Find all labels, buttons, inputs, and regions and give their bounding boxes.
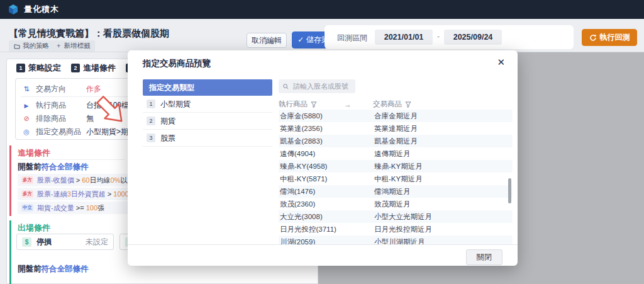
exit-section-title: 出場條件	[18, 222, 50, 234]
table-row[interactable]: 儒鴻(1476)儒鴻期近月	[279, 185, 513, 198]
top-navbar: 量化積木	[0, 0, 644, 19]
modal-title: 指定交易商品預覽	[143, 58, 211, 69]
table-row[interactable]: 英業達(2356)英業達期近月	[279, 122, 513, 135]
my-strategies-label: 我的策略	[23, 42, 49, 50]
entry-condition-header: 開盤前符合全部條件	[18, 162, 89, 173]
my-strategies-chip[interactable]: 我的策略	[9, 40, 54, 52]
item-number: 1	[147, 99, 155, 108]
table-row[interactable]: 大立光(3008)小型大立光期近月	[279, 210, 513, 223]
direction-icon: ⇅	[22, 85, 31, 93]
filter-icon[interactable]	[311, 101, 317, 108]
exclude-product-icon: ⊘	[22, 115, 31, 123]
table-row[interactable]: 合庫金(5880)合庫金期近月	[279, 110, 513, 122]
exec-column-header: 執行商品	[279, 99, 308, 109]
specify-product-icon: ◎	[22, 128, 31, 136]
close-icon[interactable]: ✕	[497, 56, 505, 69]
entry-header-link[interactable]: 符合全部條件	[42, 162, 89, 171]
table-row[interactable]: 凱基金(2883)凱基金期近月	[279, 135, 513, 147]
tab-strategy-settings[interactable]: 1 策略設定	[16, 62, 61, 74]
exit-header-prefix: 開盤前	[18, 264, 42, 273]
item-label: 小型期貨	[160, 99, 191, 110]
sidebar-item-futures[interactable]: 2 期貨	[143, 113, 272, 130]
app-logo-cube-icon	[8, 4, 19, 15]
item-label: 期貨	[160, 116, 175, 127]
entry-divider	[18, 159, 125, 160]
backtest-range-card: 回測區間 2021/01/01 - 2025/09/24	[325, 25, 574, 49]
condition-text: 股票-收盤價 > 60日均線0%以上	[37, 176, 134, 185]
backtest-end-date[interactable]: 2025/09/24	[444, 30, 502, 45]
table-row[interactable]: 中租-KY(5871)中租-KY期近月	[279, 173, 513, 185]
stop-loss-value: 未設定	[86, 237, 108, 247]
condition-text: 期貨-成交量 >= 100張	[37, 203, 104, 213]
item-number: 3	[147, 133, 155, 142]
condition-side-badge: 中立	[21, 204, 33, 212]
exit-header-link[interactable]: 符合全部條件	[42, 264, 89, 273]
item-label: 股票	[160, 133, 175, 144]
search-box[interactable]	[279, 79, 355, 93]
condition-side-badge: 多方	[21, 176, 33, 184]
close-modal-button[interactable]: 關閉	[466, 249, 502, 265]
sidebar-item-stocks[interactable]: 3 股票	[143, 130, 272, 147]
backtest-range-label: 回測區間	[337, 33, 367, 43]
folder-icon	[14, 43, 20, 49]
date-separator: -	[437, 32, 440, 41]
sidebar-item-mini-futures[interactable]: 1 小型期貨	[143, 96, 272, 113]
cancel-edit-button[interactable]: 取消編輯	[247, 33, 287, 48]
table-row[interactable]: 致茂(2360)致茂期近月	[279, 198, 513, 210]
run-backtest-label: 執行回測	[600, 32, 630, 43]
stop-loss-box[interactable]: $ 停損 未設定	[16, 234, 114, 250]
exclude-product-row: ⊘ 排除商品 無	[22, 113, 94, 124]
item-number: 2	[147, 116, 155, 125]
table-row[interactable]: 遠傳(4904)遠傳期近月	[279, 147, 513, 160]
exit-section-bar	[9, 220, 11, 284]
table-row[interactable]: 川湖(2059)小型川湖期近月	[279, 236, 513, 244]
product-table: 合庫金(5880)合庫金期近月 英業達(2356)英業達期近月 凱基金(2883…	[279, 110, 513, 244]
search-icon	[283, 83, 289, 90]
table-row[interactable]: 日月光投控(3711)日月光投控期近月	[279, 223, 513, 236]
exec-product-icon: ▶	[22, 103, 31, 109]
backtest-start-date[interactable]: 2021/01/01	[375, 30, 433, 45]
new-tag-chip[interactable]: ＋ 新增標籤	[50, 40, 95, 52]
pointer-arrow-annotation	[93, 93, 130, 128]
tab-number: 1	[16, 64, 25, 72]
tab-entry-conditions[interactable]: 2 進場條件	[71, 62, 116, 74]
search-input[interactable]	[292, 82, 351, 91]
mapping-arrow-icon: →	[344, 101, 373, 108]
stop-loss-label: 停損	[36, 237, 52, 247]
page-title: 【常見情境實戰篇】：看股票做個股期	[9, 28, 169, 40]
filter-icon[interactable]	[405, 101, 411, 108]
condition-text: 股票-連續3日外資買超 > 1000張	[37, 190, 136, 199]
table-header: 執行商品 → 交易商品	[279, 99, 513, 109]
exec-product-label: 執行商品	[36, 100, 66, 111]
exclude-product-label: 排除商品	[36, 113, 66, 124]
dollar-icon: $	[22, 237, 31, 247]
exit-condition-header: 開盤前符合全部條件	[18, 264, 89, 275]
specify-product-label: 指定交易商品	[36, 127, 81, 137]
app-screen: 量化積木 【常見情境實戰篇】：看股票做個股期 我的策略 ＋ 新增標籤 取消編輯 …	[0, 0, 644, 284]
trade-column-header: 交易商品	[373, 99, 402, 109]
entry-section-title: 進場條件	[18, 147, 50, 159]
table-scrollbar[interactable]	[508, 178, 511, 203]
run-backtest-button[interactable]: 執行回測	[582, 29, 637, 46]
entry-section-bar	[9, 145, 11, 216]
product-preview-modal: 指定交易商品預覽 ✕ 指定交易類型 1 小型期貨 2 期貨 3 股票 執行商品	[128, 50, 518, 266]
trade-type-header: 指定交易類型	[143, 79, 272, 96]
modal-footer-divider	[128, 244, 518, 245]
refresh-icon	[589, 34, 597, 42]
new-tag-label: ＋ 新增標籤	[55, 42, 90, 50]
condition-side-badge: 多方	[21, 190, 33, 198]
tab-label: 策略設定	[28, 62, 61, 74]
tab-label: 進場條件	[83, 62, 116, 74]
direction-label: 交易方向	[36, 84, 66, 94]
entry-header-prefix: 開盤前	[18, 162, 42, 171]
tab-number: 2	[71, 64, 80, 72]
table-row[interactable]: 臻鼎-KY(4958)臻鼎-KY期近月	[279, 160, 513, 173]
app-title: 量化積木	[24, 4, 59, 15]
